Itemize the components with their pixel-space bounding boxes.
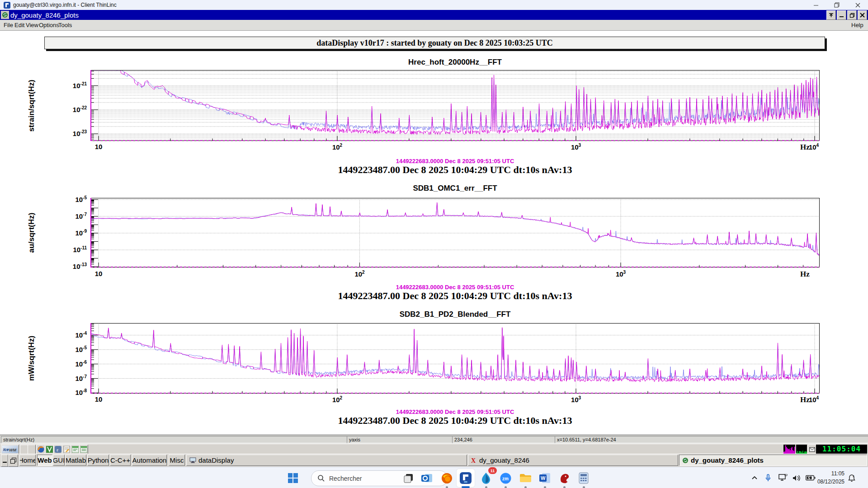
y-tick-label: 10-5 xyxy=(59,195,87,203)
tray-time: 11:05 xyxy=(817,469,844,478)
x11-window-titlebar[interactable]: dy_gouaty_8246_plots xyxy=(0,10,868,20)
monitor-icon xyxy=(189,457,196,463)
gvim-icon[interactable] xyxy=(45,445,54,454)
xterm-green-2-icon[interactable] xyxy=(79,445,88,454)
taskbar-app-calculator[interactable] xyxy=(575,469,593,487)
svg-text:ε: ε xyxy=(57,447,59,452)
x-tick-label: 10 xyxy=(83,270,114,277)
window-list-button[interactable] xyxy=(8,455,18,467)
running-app-dot xyxy=(583,486,585,488)
taskbar-app-word[interactable]: W xyxy=(536,469,554,487)
icewm-clock: 11:05:04 AM xyxy=(816,445,867,454)
svg-text:zm: zm xyxy=(502,476,509,481)
tray-microphone-icon[interactable] xyxy=(765,467,771,488)
tray-notification-bell-icon[interactable]: z xyxy=(848,467,856,488)
taskbar-app-thinlinc[interactable] xyxy=(457,469,475,487)
timestamp-start-utc: 1449222683.0000 Dec 8 2025 09:51:05 UTC xyxy=(90,284,820,291)
running-app-dot xyxy=(563,486,566,488)
task-button-dy_gouaty_8246[interactable]: Xdy_gouaty_8246 xyxy=(468,455,678,466)
text-editor-icon[interactable] xyxy=(62,445,71,454)
screen: gouaty@ctrl30.virgo.infn.it - Client Thi… xyxy=(0,0,868,488)
menubar: FileEditViewOptionsToolsHelp xyxy=(0,20,868,31)
svg-text:Ice: Ice xyxy=(3,447,9,452)
x-axis-unit: Hz xyxy=(800,395,810,404)
session-banner-text: dataDisplay v10r17 : started by gouaty o… xyxy=(316,38,552,48)
y-tick-label: 10-9 xyxy=(59,229,87,237)
y-tick-label: 10-11 xyxy=(59,245,87,253)
workspace-tab-matlab[interactable]: Matlab xyxy=(65,455,86,466)
running-app-dot xyxy=(446,486,448,488)
window-minimize-button[interactable] xyxy=(806,0,826,10)
task-button-dy_gouaty_8246_plots[interactable]: dy_gouaty_8246_plots xyxy=(679,455,867,466)
workspace-tab-python[interactable]: Python xyxy=(87,455,109,466)
y-tick-label: 10-6 xyxy=(59,360,87,368)
window-close-button[interactable] xyxy=(847,0,868,10)
plot-area[interactable] xyxy=(90,323,820,395)
active-app-indicator xyxy=(462,486,470,488)
plot-area[interactable] xyxy=(90,198,820,269)
tray-battery-icon[interactable] xyxy=(806,467,816,488)
tray-cast-screen-icon[interactable] xyxy=(778,467,788,488)
x-tick-label: 103 xyxy=(605,270,637,278)
windows-taskbar: Rechercher11zmW11:0508/12/2025z xyxy=(0,467,868,488)
taskbar-app-task-view[interactable] xyxy=(400,469,418,487)
mail-icon[interactable] xyxy=(808,445,816,454)
svg-text:WM: WM xyxy=(9,448,16,452)
icewm-toolbar-spacer-0 xyxy=(20,445,28,454)
menu-tools[interactable]: Tools xyxy=(57,21,74,29)
cpu-monitor xyxy=(783,445,795,454)
running-app-dot xyxy=(485,486,487,488)
restore-button[interactable] xyxy=(847,10,857,20)
timestamp-start-utc: 1449222683.0000 Dec 8 2025 09:51:05 UTC xyxy=(90,158,820,164)
taskbar-app-firefox[interactable] xyxy=(438,469,456,487)
plot-area[interactable] xyxy=(90,70,820,143)
workspace-tab-misc[interactable]: Misc xyxy=(169,455,185,466)
show-desktop-button[interactable] xyxy=(1,455,8,467)
taskbar-app-explorer[interactable] xyxy=(516,469,534,487)
close-icon[interactable] xyxy=(858,10,867,20)
status-cell-3: x=10.6511, y=4.68187e-24 xyxy=(555,436,868,443)
taskbar-app-red-app[interactable] xyxy=(555,469,573,487)
start-button[interactable] xyxy=(284,469,302,487)
xterm-green-1-icon[interactable] xyxy=(71,445,80,454)
task-button-dataDisplay[interactable]: dataDisplay xyxy=(186,455,467,466)
y-tick-label: 10-4 xyxy=(59,331,87,339)
icewm-menu-button[interactable]: IceWM xyxy=(1,445,19,454)
tray-speaker-icon[interactable] xyxy=(793,467,801,488)
icewm-toolbar-spacer-1 xyxy=(28,445,36,454)
workspace-tab-c-c++[interactable]: C-C++ xyxy=(110,455,131,466)
workspace-tab-gui[interactable]: GUI xyxy=(53,455,65,466)
minimize-button[interactable] xyxy=(837,10,846,20)
x-axis-unit: Hz xyxy=(800,270,810,279)
tray-clock[interactable]: 11:0508/12/2025 xyxy=(817,469,844,486)
svg-text:z: z xyxy=(853,474,854,478)
running-app-dot xyxy=(524,486,527,488)
workspace-tab-home[interactable]: Home xyxy=(19,455,36,466)
plot-title: Hrec_hoft_20000Hz__FFT xyxy=(90,58,820,67)
status-bar: strain/sqrt(Hz)yaxis234,246x=10.6511, y=… xyxy=(0,435,868,444)
y-tick-label: 10-21 xyxy=(59,81,87,89)
taskbar-app-notifier[interactable]: 11 xyxy=(477,469,495,487)
status-cell-2: 234,246 xyxy=(452,436,557,443)
taskbar-app-outlook[interactable] xyxy=(418,469,436,487)
window-title: gouaty@ctrl30.virgo.infn.it - Client Thi… xyxy=(13,2,117,8)
plot-title: SDB2_B1_PD2_Blended__FFT xyxy=(90,310,820,319)
workspace-tab-automation[interactable]: Automation xyxy=(132,455,167,466)
tray-chevron-up-icon[interactable] xyxy=(751,467,758,488)
emacs-icon[interactable]: ε xyxy=(53,445,62,454)
x-axis-unit: Hz xyxy=(800,143,810,152)
menu-help[interactable]: Help xyxy=(849,21,865,29)
x-tick-label: 102 xyxy=(321,143,353,151)
x-tick-label: 102 xyxy=(344,270,376,278)
timestamp-start-utc: 1449222683.0000 Dec 8 2025 09:51:05 UTC xyxy=(90,408,820,415)
workspace-tab-web[interactable]: Web xyxy=(37,455,52,466)
x-tick-label: 102 xyxy=(321,395,353,404)
rollup-button[interactable] xyxy=(826,10,836,20)
icewm-taskbar: HomeWebGUIMatlabPythonC-C++AutomationMis… xyxy=(0,454,868,467)
window-maximize-button[interactable] xyxy=(826,0,847,10)
task-button-label: dataDisplay xyxy=(198,456,234,464)
browser-icon[interactable] xyxy=(36,445,45,454)
thinlinc-client-titlebar: gouaty@ctrl30.virgo.infn.it - Client Thi… xyxy=(0,0,868,10)
taskbar-app-zoom[interactable]: zm xyxy=(496,469,514,487)
notification-badge: 11 xyxy=(488,467,497,474)
